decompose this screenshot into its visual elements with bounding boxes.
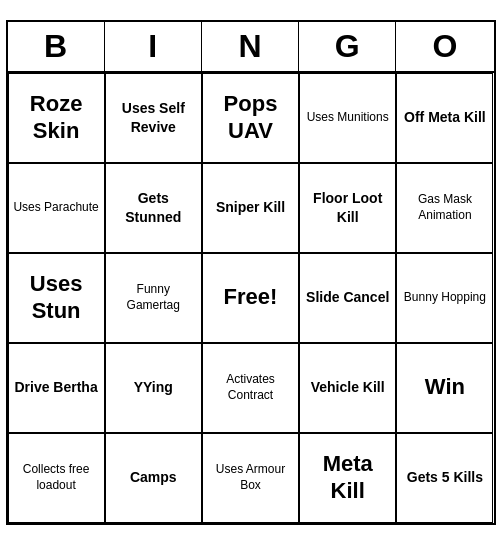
bingo-cell: Sniper Kill	[202, 163, 299, 253]
cell-text: Uses Parachute	[13, 200, 100, 216]
bingo-cell: Win	[396, 343, 493, 433]
bingo-header: BINGO	[8, 22, 494, 73]
cell-text: Gets 5 Kills	[401, 468, 488, 486]
bingo-cell: Bunny Hopping	[396, 253, 493, 343]
cell-text: Uses Stun	[13, 271, 100, 324]
bingo-cell: Uses Parachute	[8, 163, 105, 253]
cell-text: Pops UAV	[207, 91, 294, 144]
cell-text: Gets Stunned	[110, 189, 197, 225]
header-letter: N	[202, 22, 299, 71]
bingo-cell: Roze Skin	[8, 73, 105, 163]
cell-text: Meta Kill	[304, 451, 391, 504]
cell-text: Camps	[110, 468, 197, 486]
cell-text: Win	[401, 374, 488, 400]
bingo-cell: Vehicle Kill	[299, 343, 396, 433]
bingo-cell: Uses Munitions	[299, 73, 396, 163]
bingo-cell: Free!	[202, 253, 299, 343]
bingo-cell: Drive Bertha	[8, 343, 105, 433]
cell-text: Gas Mask Animation	[401, 192, 488, 223]
cell-text: Floor Loot Kill	[304, 189, 391, 225]
cell-text: Slide Cancel	[304, 288, 391, 306]
cell-text: Off Meta Kill	[401, 108, 488, 126]
bingo-cell: YYing	[105, 343, 202, 433]
bingo-cell: Gas Mask Animation	[396, 163, 493, 253]
bingo-card: BINGO Roze SkinUses Self RevivePops UAVU…	[6, 20, 496, 525]
bingo-cell: Uses Self Revive	[105, 73, 202, 163]
bingo-cell: Pops UAV	[202, 73, 299, 163]
bingo-cell: Slide Cancel	[299, 253, 396, 343]
cell-text: Uses Munitions	[304, 110, 391, 126]
bingo-cell: Activates Contract	[202, 343, 299, 433]
cell-text: Vehicle Kill	[304, 378, 391, 396]
cell-text: Uses Self Revive	[110, 99, 197, 135]
bingo-cell: Gets Stunned	[105, 163, 202, 253]
bingo-cell: Collects free loadout	[8, 433, 105, 523]
bingo-cell: Uses Armour Box	[202, 433, 299, 523]
header-letter: I	[105, 22, 202, 71]
cell-text: Bunny Hopping	[401, 290, 488, 306]
bingo-cell: Meta Kill	[299, 433, 396, 523]
bingo-cell: Off Meta Kill	[396, 73, 493, 163]
header-letter: B	[8, 22, 105, 71]
header-letter: G	[299, 22, 396, 71]
bingo-cell: Funny Gamertag	[105, 253, 202, 343]
bingo-cell: Camps	[105, 433, 202, 523]
bingo-grid: Roze SkinUses Self RevivePops UAVUses Mu…	[8, 73, 494, 523]
cell-text: Funny Gamertag	[110, 282, 197, 313]
cell-text: Collects free loadout	[13, 462, 100, 493]
bingo-cell: Gets 5 Kills	[396, 433, 493, 523]
cell-text: Roze Skin	[13, 91, 100, 144]
cell-text: Activates Contract	[207, 372, 294, 403]
bingo-cell: Uses Stun	[8, 253, 105, 343]
cell-text: Sniper Kill	[207, 198, 294, 216]
cell-text: Uses Armour Box	[207, 462, 294, 493]
bingo-cell: Floor Loot Kill	[299, 163, 396, 253]
cell-text: Drive Bertha	[13, 378, 100, 396]
cell-text: YYing	[110, 378, 197, 396]
cell-text: Free!	[207, 284, 294, 310]
header-letter: O	[396, 22, 493, 71]
